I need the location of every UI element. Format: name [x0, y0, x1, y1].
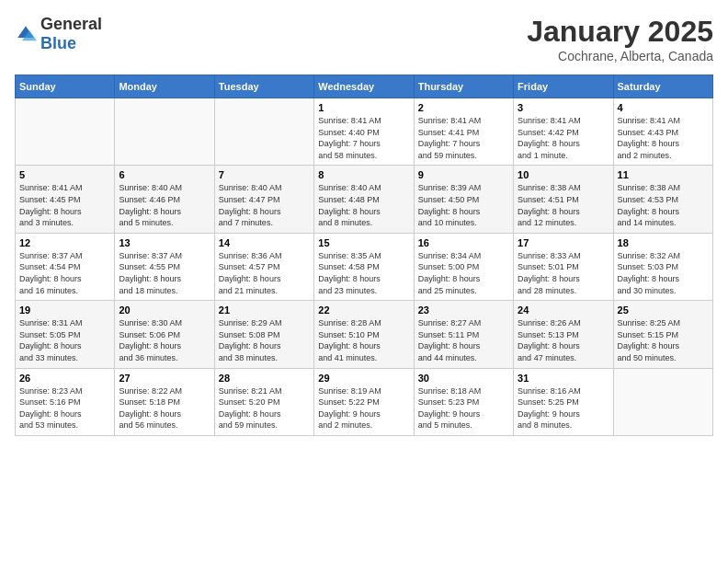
day-detail: Sunrise: 8:31 AM Sunset: 5:05 PM Dayligh… [19, 317, 110, 363]
day-detail: Sunrise: 8:40 AM Sunset: 4:46 PM Dayligh… [119, 182, 210, 228]
day-number: 3 [518, 102, 609, 113]
calendar-cell: 4Sunrise: 8:41 AM Sunset: 4:43 PM Daylig… [613, 98, 712, 166]
week-row-5: 26Sunrise: 8:23 AM Sunset: 5:16 PM Dayli… [16, 368, 713, 435]
weekday-header-saturday: Saturday [613, 75, 712, 98]
calendar-cell [16, 98, 115, 166]
day-number: 17 [518, 237, 609, 248]
calendar-cell: 11Sunrise: 8:38 AM Sunset: 4:53 PM Dayli… [613, 166, 712, 233]
day-number: 12 [19, 237, 110, 248]
calendar-cell: 1Sunrise: 8:41 AM Sunset: 4:40 PM Daylig… [314, 98, 414, 166]
calendar-cell: 3Sunrise: 8:41 AM Sunset: 4:42 PM Daylig… [514, 98, 613, 166]
day-number: 10 [518, 169, 609, 180]
weekday-header-tuesday: Tuesday [214, 75, 313, 98]
day-detail: Sunrise: 8:41 AM Sunset: 4:40 PM Dayligh… [318, 115, 409, 161]
weekday-header-row: SundayMondayTuesdayWednesdayThursdayFrid… [16, 75, 713, 98]
calendar-cell: 14Sunrise: 8:36 AM Sunset: 4:57 PM Dayli… [214, 233, 313, 300]
calendar-cell: 30Sunrise: 8:18 AM Sunset: 5:23 PM Dayli… [414, 368, 513, 435]
day-detail: Sunrise: 8:29 AM Sunset: 5:08 PM Dayligh… [219, 317, 310, 363]
calendar-cell: 24Sunrise: 8:26 AM Sunset: 5:13 PM Dayli… [514, 301, 613, 368]
day-detail: Sunrise: 8:38 AM Sunset: 4:53 PM Dayligh… [618, 182, 709, 228]
calendar-cell: 25Sunrise: 8:25 AM Sunset: 5:15 PM Dayli… [613, 301, 712, 368]
day-number: 19 [19, 304, 110, 316]
title-block: January 2025 Cochrane, Alberta, Canada [527, 15, 713, 63]
logo-general: General [40, 15, 102, 33]
day-detail: Sunrise: 8:38 AM Sunset: 4:51 PM Dayligh… [518, 182, 609, 228]
logo-blue: Blue [40, 34, 76, 52]
logo: General Blue [15, 15, 102, 53]
calendar-cell [115, 98, 214, 166]
day-detail: Sunrise: 8:32 AM Sunset: 5:03 PM Dayligh… [618, 250, 709, 296]
day-detail: Sunrise: 8:41 AM Sunset: 4:45 PM Dayligh… [19, 182, 110, 228]
day-number: 15 [318, 237, 409, 248]
day-detail: Sunrise: 8:25 AM Sunset: 5:15 PM Dayligh… [618, 317, 709, 363]
day-detail: Sunrise: 8:16 AM Sunset: 5:25 PM Dayligh… [518, 385, 609, 431]
day-number: 30 [418, 373, 509, 384]
day-number: 27 [119, 373, 210, 384]
day-number: 31 [518, 373, 609, 384]
weekday-header-sunday: Sunday [16, 75, 115, 98]
calendar-cell: 28Sunrise: 8:21 AM Sunset: 5:20 PM Dayli… [214, 368, 313, 435]
day-detail: Sunrise: 8:40 AM Sunset: 4:48 PM Dayligh… [318, 182, 409, 228]
week-row-2: 5Sunrise: 8:41 AM Sunset: 4:45 PM Daylig… [16, 166, 713, 233]
calendar-cell: 31Sunrise: 8:16 AM Sunset: 5:25 PM Dayli… [514, 368, 613, 435]
calendar-location: Cochrane, Alberta, Canada [527, 49, 713, 63]
day-number: 21 [219, 304, 310, 316]
weekday-header-friday: Friday [514, 75, 613, 98]
day-detail: Sunrise: 8:37 AM Sunset: 4:54 PM Dayligh… [19, 250, 110, 296]
calendar-cell: 5Sunrise: 8:41 AM Sunset: 4:45 PM Daylig… [16, 166, 115, 233]
calendar-cell: 21Sunrise: 8:29 AM Sunset: 5:08 PM Dayli… [214, 301, 313, 368]
day-detail: Sunrise: 8:37 AM Sunset: 4:55 PM Dayligh… [119, 250, 210, 296]
logo-icon [15, 23, 37, 45]
day-detail: Sunrise: 8:26 AM Sunset: 5:13 PM Dayligh… [518, 317, 609, 363]
weekday-header-wednesday: Wednesday [314, 75, 414, 98]
day-detail: Sunrise: 8:40 AM Sunset: 4:47 PM Dayligh… [219, 182, 310, 228]
day-detail: Sunrise: 8:27 AM Sunset: 5:11 PM Dayligh… [418, 317, 509, 363]
day-detail: Sunrise: 8:34 AM Sunset: 5:00 PM Dayligh… [418, 250, 509, 296]
calendar-cell [214, 98, 313, 166]
calendar-cell: 17Sunrise: 8:33 AM Sunset: 5:01 PM Dayli… [514, 233, 613, 300]
calendar-cell: 12Sunrise: 8:37 AM Sunset: 4:54 PM Dayli… [16, 233, 115, 300]
calendar-cell: 8Sunrise: 8:40 AM Sunset: 4:48 PM Daylig… [314, 166, 414, 233]
calendar-cell: 9Sunrise: 8:39 AM Sunset: 4:50 PM Daylig… [414, 166, 513, 233]
calendar-table: SundayMondayTuesdayWednesdayThursdayFrid… [15, 75, 713, 436]
day-number: 22 [318, 304, 409, 316]
calendar-title: January 2025 [527, 15, 713, 49]
day-number: 18 [618, 237, 709, 248]
day-detail: Sunrise: 8:18 AM Sunset: 5:23 PM Dayligh… [418, 385, 509, 431]
week-row-3: 12Sunrise: 8:37 AM Sunset: 4:54 PM Dayli… [16, 233, 713, 300]
calendar-cell: 6Sunrise: 8:40 AM Sunset: 4:46 PM Daylig… [115, 166, 214, 233]
calendar-cell: 23Sunrise: 8:27 AM Sunset: 5:11 PM Dayli… [414, 301, 513, 368]
week-row-4: 19Sunrise: 8:31 AM Sunset: 5:05 PM Dayli… [16, 301, 713, 368]
day-number: 5 [19, 169, 110, 180]
weekday-header-monday: Monday [115, 75, 214, 98]
page-header: General Blue January 2025 Cochrane, Albe… [15, 15, 713, 63]
calendar-cell: 15Sunrise: 8:35 AM Sunset: 4:58 PM Dayli… [314, 233, 414, 300]
day-number: 11 [618, 169, 709, 180]
day-detail: Sunrise: 8:41 AM Sunset: 4:43 PM Dayligh… [618, 115, 709, 161]
calendar-cell [613, 368, 712, 435]
day-number: 6 [119, 169, 210, 180]
week-row-1: 1Sunrise: 8:41 AM Sunset: 4:40 PM Daylig… [16, 98, 713, 166]
day-number: 14 [219, 237, 310, 248]
day-number: 24 [518, 304, 609, 316]
day-number: 26 [19, 373, 110, 384]
calendar-cell: 19Sunrise: 8:31 AM Sunset: 5:05 PM Dayli… [16, 301, 115, 368]
calendar-cell: 7Sunrise: 8:40 AM Sunset: 4:47 PM Daylig… [214, 166, 313, 233]
day-detail: Sunrise: 8:39 AM Sunset: 4:50 PM Dayligh… [418, 182, 509, 228]
day-number: 13 [119, 237, 210, 248]
day-detail: Sunrise: 8:21 AM Sunset: 5:20 PM Dayligh… [219, 385, 310, 431]
day-detail: Sunrise: 8:36 AM Sunset: 4:57 PM Dayligh… [219, 250, 310, 296]
day-number: 28 [219, 373, 310, 384]
day-detail: Sunrise: 8:30 AM Sunset: 5:06 PM Dayligh… [119, 317, 210, 363]
day-number: 9 [418, 169, 509, 180]
day-number: 16 [418, 237, 509, 248]
day-detail: Sunrise: 8:23 AM Sunset: 5:16 PM Dayligh… [19, 385, 110, 431]
calendar-cell: 2Sunrise: 8:41 AM Sunset: 4:41 PM Daylig… [414, 98, 513, 166]
weekday-header-thursday: Thursday [414, 75, 513, 98]
day-number: 23 [418, 304, 509, 316]
calendar-cell: 22Sunrise: 8:28 AM Sunset: 5:10 PM Dayli… [314, 301, 414, 368]
calendar-cell: 27Sunrise: 8:22 AM Sunset: 5:18 PM Dayli… [115, 368, 214, 435]
day-detail: Sunrise: 8:33 AM Sunset: 5:01 PM Dayligh… [518, 250, 609, 296]
calendar-cell: 13Sunrise: 8:37 AM Sunset: 4:55 PM Dayli… [115, 233, 214, 300]
day-number: 8 [318, 169, 409, 180]
